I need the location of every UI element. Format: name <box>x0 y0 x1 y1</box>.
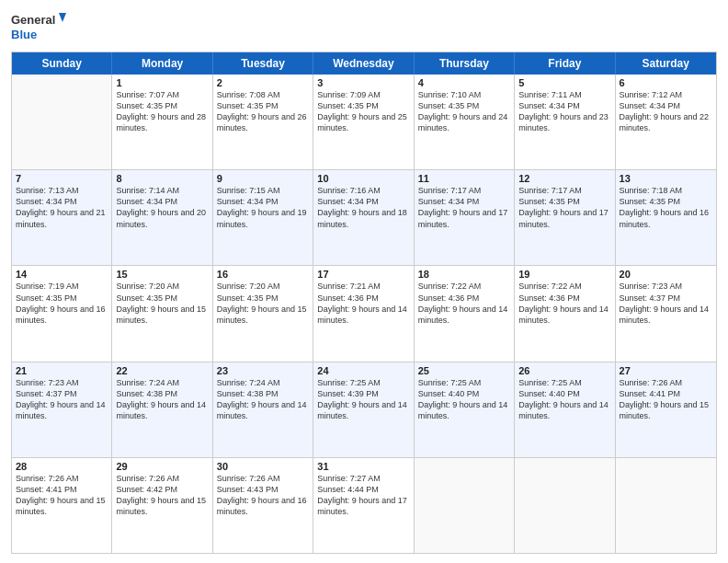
cell-4-3: 31 Sunrise: 7:27 AMSunset: 4:44 PMDaylig… <box>313 458 414 553</box>
cell-info: Sunrise: 7:23 AMSunset: 4:37 PMDaylight:… <box>16 377 108 422</box>
cell-info: Sunrise: 7:14 AMSunset: 4:34 PMDaylight:… <box>116 185 208 230</box>
cell-info: Sunrise: 7:25 AMSunset: 4:40 PMDaylight:… <box>418 377 510 422</box>
header-day-friday: Friday <box>515 52 615 75</box>
day-number: 3 <box>317 77 409 88</box>
cell-4-0: 28 Sunrise: 7:26 AMSunset: 4:41 PMDaylig… <box>12 458 112 553</box>
header-day-thursday: Thursday <box>415 52 515 75</box>
day-number: 25 <box>418 365 510 376</box>
cell-3-0: 21 Sunrise: 7:23 AMSunset: 4:37 PMDaylig… <box>12 362 112 457</box>
cell-2-0: 14 Sunrise: 7:19 AMSunset: 4:35 PMDaylig… <box>12 266 112 361</box>
cell-4-2: 30 Sunrise: 7:26 AMSunset: 4:43 PMDaylig… <box>213 458 313 553</box>
calendar-header: SundayMondayTuesdayWednesdayThursdayFrid… <box>12 52 716 75</box>
day-number: 27 <box>620 365 712 376</box>
day-number: 6 <box>620 77 712 88</box>
cell-4-4 <box>415 458 515 553</box>
cell-info: Sunrise: 7:26 AMSunset: 4:41 PMDaylight:… <box>620 377 712 422</box>
cell-0-0 <box>12 75 112 169</box>
header: General Blue <box>11 9 717 44</box>
cell-0-2: 2 Sunrise: 7:08 AMSunset: 4:35 PMDayligh… <box>213 75 313 169</box>
cell-info: Sunrise: 7:13 AMSunset: 4:34 PMDaylight:… <box>16 185 108 230</box>
cell-info: Sunrise: 7:19 AMSunset: 4:35 PMDaylight:… <box>16 281 108 326</box>
cell-info: Sunrise: 7:20 AMSunset: 4:35 PMDaylight:… <box>116 281 208 326</box>
cell-0-5: 5 Sunrise: 7:11 AMSunset: 4:34 PMDayligh… <box>515 75 615 169</box>
cell-3-5: 26 Sunrise: 7:25 AMSunset: 4:40 PMDaylig… <box>515 362 615 457</box>
cell-0-6: 6 Sunrise: 7:12 AMSunset: 4:34 PMDayligh… <box>616 75 716 169</box>
cell-info: Sunrise: 7:25 AMSunset: 4:40 PMDaylight:… <box>518 377 610 422</box>
day-number: 10 <box>317 173 409 184</box>
day-number: 18 <box>418 269 510 280</box>
cell-1-2: 9 Sunrise: 7:15 AMSunset: 4:34 PMDayligh… <box>213 170 313 265</box>
cell-3-4: 25 Sunrise: 7:25 AMSunset: 4:40 PMDaylig… <box>415 362 515 457</box>
cell-2-4: 18 Sunrise: 7:22 AMSunset: 4:36 PMDaylig… <box>415 266 515 361</box>
day-number: 20 <box>620 269 712 280</box>
cell-info: Sunrise: 7:25 AMSunset: 4:39 PMDaylight:… <box>317 377 409 422</box>
cell-0-3: 3 Sunrise: 7:09 AMSunset: 4:35 PMDayligh… <box>313 75 414 169</box>
cell-info: Sunrise: 7:08 AMSunset: 4:35 PMDaylight:… <box>217 89 309 134</box>
header-day-saturday: Saturday <box>616 52 716 75</box>
cell-info: Sunrise: 7:12 AMSunset: 4:34 PMDaylight:… <box>620 89 712 134</box>
cell-1-4: 11 Sunrise: 7:17 AMSunset: 4:34 PMDaylig… <box>415 170 515 265</box>
day-number: 19 <box>518 269 610 280</box>
cell-info: Sunrise: 7:09 AMSunset: 4:35 PMDaylight:… <box>317 89 409 134</box>
cell-1-5: 12 Sunrise: 7:17 AMSunset: 4:35 PMDaylig… <box>515 170 615 265</box>
cell-3-6: 27 Sunrise: 7:26 AMSunset: 4:41 PMDaylig… <box>616 362 716 457</box>
cell-1-0: 7 Sunrise: 7:13 AMSunset: 4:34 PMDayligh… <box>12 170 112 265</box>
cell-info: Sunrise: 7:17 AMSunset: 4:34 PMDaylight:… <box>418 185 510 230</box>
calendar: SundayMondayTuesdayWednesdayThursdayFrid… <box>11 52 717 554</box>
week-row-3: 21 Sunrise: 7:23 AMSunset: 4:37 PMDaylig… <box>12 362 716 458</box>
header-day-wednesday: Wednesday <box>313 52 414 75</box>
day-number: 9 <box>217 173 309 184</box>
day-number: 2 <box>217 77 309 88</box>
day-number: 21 <box>16 365 108 376</box>
cell-1-1: 8 Sunrise: 7:14 AMSunset: 4:34 PMDayligh… <box>112 170 212 265</box>
cell-info: Sunrise: 7:21 AMSunset: 4:36 PMDaylight:… <box>317 281 409 326</box>
cell-info: Sunrise: 7:22 AMSunset: 4:36 PMDaylight:… <box>518 281 610 326</box>
cell-info: Sunrise: 7:26 AMSunset: 4:43 PMDaylight:… <box>217 473 309 518</box>
logo-svg: General Blue <box>11 9 66 44</box>
cell-info: Sunrise: 7:27 AMSunset: 4:44 PMDaylight:… <box>317 473 409 518</box>
day-number: 23 <box>217 365 309 376</box>
svg-text:Blue: Blue <box>11 28 37 41</box>
day-number: 1 <box>116 77 208 88</box>
day-number: 13 <box>620 173 712 184</box>
cell-2-5: 19 Sunrise: 7:22 AMSunset: 4:36 PMDaylig… <box>515 266 615 361</box>
cell-info: Sunrise: 7:24 AMSunset: 4:38 PMDaylight:… <box>217 377 309 422</box>
cell-info: Sunrise: 7:20 AMSunset: 4:35 PMDaylight:… <box>217 281 309 326</box>
cell-info: Sunrise: 7:22 AMSunset: 4:36 PMDaylight:… <box>418 281 510 326</box>
day-number: 16 <box>217 269 309 280</box>
cell-info: Sunrise: 7:17 AMSunset: 4:35 PMDaylight:… <box>518 185 610 230</box>
cell-info: Sunrise: 7:26 AMSunset: 4:42 PMDaylight:… <box>116 473 208 518</box>
cell-3-3: 24 Sunrise: 7:25 AMSunset: 4:39 PMDaylig… <box>313 362 414 457</box>
day-number: 12 <box>518 173 610 184</box>
day-number: 5 <box>518 77 610 88</box>
cell-1-3: 10 Sunrise: 7:16 AMSunset: 4:34 PMDaylig… <box>313 170 414 265</box>
cell-2-3: 17 Sunrise: 7:21 AMSunset: 4:36 PMDaylig… <box>313 266 414 361</box>
cell-0-4: 4 Sunrise: 7:10 AMSunset: 4:35 PMDayligh… <box>415 75 515 169</box>
cell-info: Sunrise: 7:11 AMSunset: 4:34 PMDaylight:… <box>518 89 610 134</box>
cell-2-2: 16 Sunrise: 7:20 AMSunset: 4:35 PMDaylig… <box>213 266 313 361</box>
day-number: 31 <box>317 461 409 472</box>
day-number: 7 <box>16 173 108 184</box>
cell-4-1: 29 Sunrise: 7:26 AMSunset: 4:42 PMDaylig… <box>112 458 212 553</box>
day-number: 22 <box>116 365 208 376</box>
page: General Blue SundayMondayTuesdayWednesda… <box>0 0 728 563</box>
day-number: 30 <box>217 461 309 472</box>
cell-info: Sunrise: 7:24 AMSunset: 4:38 PMDaylight:… <box>116 377 208 422</box>
cell-info: Sunrise: 7:15 AMSunset: 4:34 PMDaylight:… <box>217 185 309 230</box>
day-number: 8 <box>116 173 208 184</box>
week-row-2: 14 Sunrise: 7:19 AMSunset: 4:35 PMDaylig… <box>12 266 716 362</box>
cell-info: Sunrise: 7:18 AMSunset: 4:35 PMDaylight:… <box>620 185 712 230</box>
day-number: 28 <box>16 461 108 472</box>
day-number: 26 <box>518 365 610 376</box>
week-row-4: 28 Sunrise: 7:26 AMSunset: 4:41 PMDaylig… <box>12 458 716 553</box>
svg-text:General: General <box>11 13 55 27</box>
cell-4-6 <box>616 458 716 553</box>
cell-info: Sunrise: 7:16 AMSunset: 4:34 PMDaylight:… <box>317 185 409 230</box>
cell-info: Sunrise: 7:26 AMSunset: 4:41 PMDaylight:… <box>16 473 108 518</box>
day-number: 15 <box>116 269 208 280</box>
cell-2-6: 20 Sunrise: 7:23 AMSunset: 4:37 PMDaylig… <box>616 266 716 361</box>
cell-4-5 <box>515 458 615 553</box>
cell-info: Sunrise: 7:23 AMSunset: 4:37 PMDaylight:… <box>620 281 712 326</box>
cell-0-1: 1 Sunrise: 7:07 AMSunset: 4:35 PMDayligh… <box>112 75 212 169</box>
cell-info: Sunrise: 7:10 AMSunset: 4:35 PMDaylight:… <box>418 89 510 134</box>
